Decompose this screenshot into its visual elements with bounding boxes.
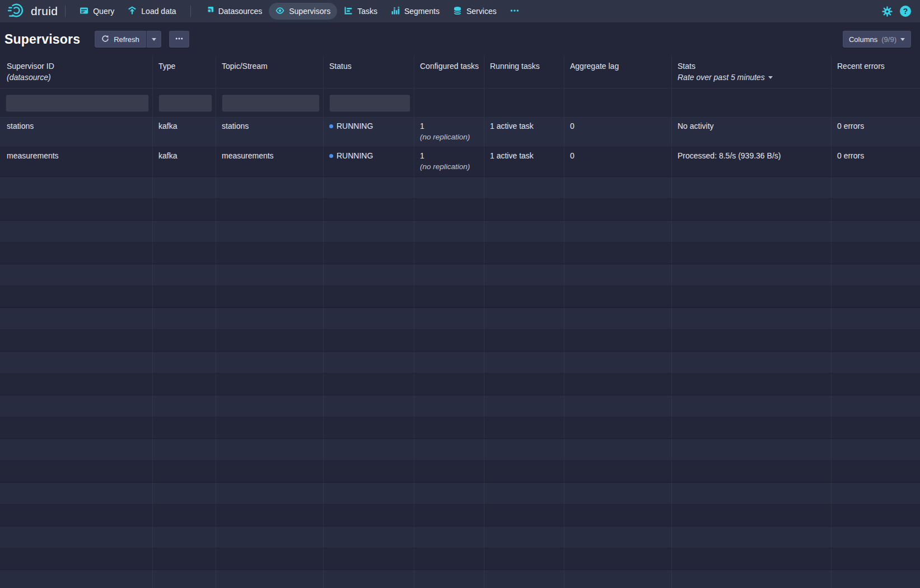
filter-cell <box>153 88 216 117</box>
table-row-stations[interactable]: stations kafka stations RUNNING 1 (no re… <box>0 118 920 147</box>
column-header-recent-errors[interactable]: Recent errors <box>832 56 920 88</box>
table-empty-cell <box>564 548 672 570</box>
table-empty-cell <box>484 395 564 417</box>
nav-divider <box>65 6 66 17</box>
column-header-configured-tasks[interactable]: Configured tasks <box>414 56 484 88</box>
table-empty-cell <box>216 439 324 460</box>
table-empty-cell <box>564 286 672 307</box>
table-empty-cell <box>153 352 216 373</box>
table-empty-cell <box>414 242 484 264</box>
nav-item-more[interactable] <box>503 3 526 20</box>
table-empty-row <box>0 221 920 242</box>
nav-item-services[interactable]: Services <box>446 3 503 20</box>
table-empty-cell <box>484 264 564 286</box>
column-header-type[interactable]: Type <box>153 56 216 88</box>
nav-item-query[interactable]: Query <box>73 3 121 20</box>
table-empty-cell <box>672 199 832 220</box>
table-empty-cell <box>153 417 216 438</box>
table-filter-row <box>0 88 920 118</box>
table-empty-cell <box>672 308 832 329</box>
table-empty-cell <box>324 177 414 198</box>
cell-running-tasks: 1 active task <box>484 147 564 176</box>
table-empty-cell <box>324 286 414 307</box>
table-empty-cell <box>153 395 216 417</box>
columns-label: Columns <box>849 35 877 44</box>
actions-more-button[interactable] <box>169 31 189 48</box>
table-empty-cell <box>216 264 324 286</box>
column-sublabel: (datasource) <box>7 73 147 82</box>
column-header-stats[interactable]: Stats Rate over past 5 minutes <box>672 56 832 88</box>
table-empty-cell <box>414 199 484 220</box>
table-empty-cell <box>324 330 414 351</box>
replication-note: (no replication) <box>420 133 478 141</box>
refresh-interval-dropdown-button[interactable] <box>146 31 161 48</box>
table-empty-cell <box>672 242 832 264</box>
column-header-topic-stream[interactable]: Topic/Stream <box>216 56 324 88</box>
table-empty-cell <box>324 199 414 220</box>
table-empty-cell <box>324 548 414 570</box>
table-empty-cell <box>564 526 672 548</box>
table-empty-cell <box>324 242 414 264</box>
column-label: Aggregate lag <box>570 62 666 71</box>
druid-logo-icon <box>8 2 27 21</box>
column-label: Supervisor ID <box>7 62 147 71</box>
table-empty-cell <box>414 221 484 242</box>
table-empty-cell <box>216 570 324 588</box>
filter-input-topic-stream[interactable] <box>222 94 320 112</box>
table-empty-cell <box>484 439 564 460</box>
cell-supervisor-id[interactable]: measurements <box>0 147 153 176</box>
filter-input-status[interactable] <box>329 94 410 112</box>
settings-gear-icon[interactable] <box>881 6 893 17</box>
nav-item-segments[interactable]: Segments <box>384 3 446 20</box>
refresh-label: Refresh <box>114 35 139 44</box>
table-row-measurements[interactable]: measurements kafka measurements RUNNING … <box>0 147 920 177</box>
nav-item-datasources[interactable]: Datasources <box>198 3 269 20</box>
chevron-down-icon <box>900 38 905 41</box>
refresh-button[interactable]: Refresh <box>95 31 146 48</box>
nav-item-load-data[interactable]: Load data <box>121 3 183 20</box>
table-body: stations kafka stations RUNNING 1 (no re… <box>0 118 920 588</box>
table-empty-cell <box>414 352 484 373</box>
table-empty-cell <box>832 330 920 351</box>
filter-input-type[interactable] <box>158 94 212 112</box>
table-empty-cell <box>484 548 564 570</box>
filter-cell-empty <box>832 88 920 117</box>
column-header-aggregate-lag[interactable]: Aggregate lag <box>564 56 672 88</box>
table-empty-cell <box>216 286 324 307</box>
table-empty-cell <box>484 221 564 242</box>
columns-dropdown-button[interactable]: Columns (9/9) <box>843 31 911 48</box>
cell-supervisor-id[interactable]: stations <box>0 118 153 147</box>
table-empty-cell <box>414 439 484 460</box>
cell-stats: No activity <box>672 118 832 147</box>
brand-text: druid <box>31 4 58 18</box>
ellipsis-icon <box>175 35 183 44</box>
nav-item-label: Query <box>93 7 114 16</box>
column-header-running-tasks[interactable]: Running tasks <box>484 56 564 88</box>
filter-input-supervisor-id[interactable] <box>6 94 149 112</box>
table-empty-cell <box>414 483 484 504</box>
table-empty-cell <box>216 505 324 526</box>
nav-divider <box>190 6 191 17</box>
table-empty-row <box>0 374 920 395</box>
filter-cell-empty <box>564 88 672 117</box>
nav-item-tasks[interactable]: Tasks <box>337 3 384 20</box>
table-empty-cell <box>216 417 324 438</box>
nav-item-supervisors[interactable]: Supervisors <box>269 3 337 20</box>
table-empty-cell <box>564 199 672 220</box>
table-empty-row <box>0 242 920 264</box>
column-label: Running tasks <box>490 62 558 71</box>
table-empty-cell <box>672 330 832 351</box>
cell-aggregate-lag: 0 <box>564 118 672 147</box>
column-header-supervisor-id[interactable]: Supervisor ID (datasource) <box>0 56 153 88</box>
table-empty-cell <box>564 264 672 286</box>
table-empty-cell <box>0 308 153 329</box>
column-header-status[interactable]: Status <box>324 56 414 88</box>
help-icon[interactable]: ? <box>900 6 911 17</box>
table-empty-cell <box>153 330 216 351</box>
druid-brand[interactable]: druid <box>7 2 58 21</box>
stats-rate-selector[interactable]: Rate over past 5 minutes <box>678 73 825 82</box>
help-glyph: ? <box>903 7 908 16</box>
table-empty-cell <box>216 330 324 351</box>
cell-status: RUNNING <box>324 147 414 176</box>
table-empty-cell <box>484 417 564 438</box>
